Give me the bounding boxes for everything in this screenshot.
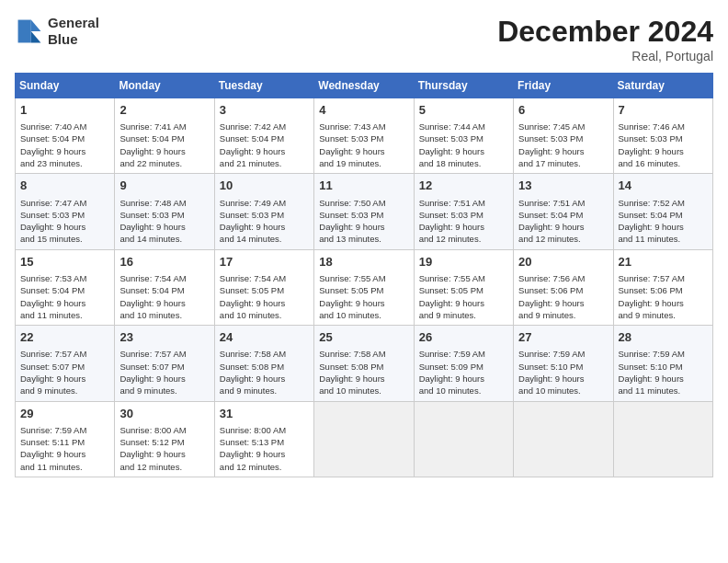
- weekday-header-cell: Sunday: [16, 74, 115, 98]
- day-number: 24: [220, 329, 309, 346]
- day-number: 7: [619, 102, 708, 119]
- day-number: 30: [119, 406, 209, 422]
- svg-marker-0: [31, 20, 41, 31]
- calendar-cell: 28Sunrise: 7:59 AMSunset: 5:10 PMDayligh…: [613, 326, 712, 401]
- day-info: Sunrise: 7:59 AMSunset: 5:10 PMDaylight:…: [619, 348, 708, 396]
- calendar-cell: 26Sunrise: 7:59 AMSunset: 5:09 PMDayligh…: [414, 326, 513, 401]
- day-info: Sunrise: 8:00 AMSunset: 5:13 PMDaylight:…: [220, 424, 309, 473]
- weekday-header-cell: Tuesday: [214, 74, 313, 98]
- calendar-cell: 17Sunrise: 7:54 AMSunset: 5:05 PMDayligh…: [214, 249, 313, 325]
- day-number: 23: [119, 329, 209, 346]
- calendar-cell: 29Sunrise: 7:59 AMSunset: 5:11 PMDayligh…: [16, 401, 115, 477]
- calendar-cell: 7Sunrise: 7:46 AMSunset: 5:03 PMDaylight…: [613, 98, 712, 174]
- day-info: Sunrise: 7:59 AMSunset: 5:09 PMDaylight:…: [419, 348, 508, 396]
- svg-marker-1: [31, 31, 41, 42]
- calendar-cell: [414, 401, 513, 477]
- day-number: 8: [20, 178, 109, 194]
- calendar-week-row: 1Sunrise: 7:40 AMSunset: 5:04 PMDaylight…: [16, 98, 713, 174]
- calendar-cell: 9Sunrise: 7:48 AMSunset: 5:03 PMDaylight…: [115, 174, 214, 249]
- day-info: Sunrise: 7:49 AMSunset: 5:03 PMDaylight:…: [220, 197, 309, 246]
- logo: General Blue: [15, 15, 99, 48]
- calendar-cell: 18Sunrise: 7:55 AMSunset: 5:05 PMDayligh…: [314, 249, 414, 325]
- logo-icon: [15, 17, 44, 46]
- calendar-week-row: 29Sunrise: 7:59 AMSunset: 5:11 PMDayligh…: [16, 401, 713, 477]
- weekday-header-cell: Wednesday: [314, 74, 414, 98]
- calendar-cell: 31Sunrise: 8:00 AMSunset: 5:13 PMDayligh…: [214, 401, 313, 477]
- calendar-cell: 6Sunrise: 7:45 AMSunset: 5:03 PMDaylight…: [514, 98, 613, 174]
- day-number: 3: [220, 102, 309, 119]
- calendar-cell: 14Sunrise: 7:52 AMSunset: 5:04 PMDayligh…: [613, 174, 712, 249]
- day-info: Sunrise: 7:58 AMSunset: 5:08 PMDaylight:…: [319, 348, 408, 396]
- calendar-cell: 2Sunrise: 7:41 AMSunset: 5:04 PMDaylight…: [115, 98, 214, 174]
- weekday-header-cell: Thursday: [414, 74, 513, 98]
- day-number: 13: [518, 178, 608, 194]
- day-number: 12: [419, 178, 508, 194]
- day-number: 15: [20, 254, 109, 270]
- day-number: 19: [419, 254, 508, 270]
- day-number: 20: [518, 254, 608, 270]
- day-number: 18: [319, 254, 408, 270]
- day-number: 21: [619, 254, 708, 270]
- calendar-cell: 20Sunrise: 7:56 AMSunset: 5:06 PMDayligh…: [514, 249, 613, 325]
- day-number: 25: [319, 329, 408, 346]
- day-info: Sunrise: 7:55 AMSunset: 5:05 PMDaylight:…: [419, 272, 508, 321]
- day-info: Sunrise: 7:40 AMSunset: 5:04 PMDaylight:…: [20, 121, 109, 169]
- calendar-cell: 27Sunrise: 7:59 AMSunset: 5:10 PMDayligh…: [514, 326, 613, 401]
- title-block: December 2024 Real, Portugal: [497, 15, 713, 63]
- day-number: 14: [619, 178, 708, 194]
- calendar-cell: 10Sunrise: 7:49 AMSunset: 5:03 PMDayligh…: [214, 174, 313, 249]
- day-number: 11: [319, 178, 408, 194]
- calendar-cell: 25Sunrise: 7:58 AMSunset: 5:08 PMDayligh…: [314, 326, 414, 401]
- day-info: Sunrise: 7:54 AMSunset: 5:05 PMDaylight:…: [220, 272, 309, 321]
- weekday-header-cell: Monday: [115, 74, 214, 98]
- day-info: Sunrise: 7:59 AMSunset: 5:10 PMDaylight:…: [518, 348, 608, 396]
- calendar-week-row: 22Sunrise: 7:57 AMSunset: 5:07 PMDayligh…: [16, 326, 713, 401]
- calendar-cell: 4Sunrise: 7:43 AMSunset: 5:03 PMDaylight…: [314, 98, 414, 174]
- calendar-cell: 13Sunrise: 7:51 AMSunset: 5:04 PMDayligh…: [514, 174, 613, 249]
- day-number: 1: [20, 102, 109, 119]
- calendar-table: SundayMondayTuesdayWednesdayThursdayFrid…: [15, 73, 713, 477]
- calendar-cell: 12Sunrise: 7:51 AMSunset: 5:03 PMDayligh…: [414, 174, 513, 249]
- calendar-cell: [314, 401, 414, 477]
- day-info: Sunrise: 7:51 AMSunset: 5:04 PMDaylight:…: [518, 197, 608, 246]
- calendar-cell: 16Sunrise: 7:54 AMSunset: 5:04 PMDayligh…: [115, 249, 214, 325]
- day-info: Sunrise: 7:57 AMSunset: 5:07 PMDaylight:…: [119, 348, 209, 396]
- day-number: 6: [518, 102, 608, 119]
- day-number: 16: [119, 254, 209, 270]
- day-number: 2: [119, 102, 209, 119]
- calendar-cell: 5Sunrise: 7:44 AMSunset: 5:03 PMDaylight…: [414, 98, 513, 174]
- day-info: Sunrise: 7:57 AMSunset: 5:07 PMDaylight:…: [20, 348, 109, 396]
- day-number: 10: [220, 178, 309, 194]
- day-number: 26: [419, 329, 508, 346]
- calendar-cell: 15Sunrise: 7:53 AMSunset: 5:04 PMDayligh…: [16, 249, 115, 325]
- day-info: Sunrise: 7:57 AMSunset: 5:06 PMDaylight:…: [619, 272, 708, 321]
- location: Real, Portugal: [497, 49, 713, 63]
- svg-rect-2: [18, 20, 31, 43]
- calendar-cell: 1Sunrise: 7:40 AMSunset: 5:04 PMDaylight…: [16, 98, 115, 174]
- day-info: Sunrise: 7:56 AMSunset: 5:06 PMDaylight:…: [518, 272, 608, 321]
- day-number: 31: [220, 406, 309, 422]
- day-info: Sunrise: 7:54 AMSunset: 5:04 PMDaylight:…: [119, 272, 209, 321]
- day-info: Sunrise: 7:50 AMSunset: 5:03 PMDaylight:…: [319, 197, 408, 246]
- day-info: Sunrise: 7:47 AMSunset: 5:03 PMDaylight:…: [20, 197, 109, 246]
- weekday-header-row: SundayMondayTuesdayWednesdayThursdayFrid…: [16, 74, 713, 98]
- page-header: General Blue December 2024 Real, Portuga…: [15, 15, 713, 63]
- calendar-cell: 24Sunrise: 7:58 AMSunset: 5:08 PMDayligh…: [214, 326, 313, 401]
- calendar-cell: 3Sunrise: 7:42 AMSunset: 5:04 PMDaylight…: [214, 98, 313, 174]
- day-info: Sunrise: 7:59 AMSunset: 5:11 PMDaylight:…: [20, 424, 109, 473]
- day-number: 4: [319, 102, 408, 119]
- calendar-cell: 23Sunrise: 7:57 AMSunset: 5:07 PMDayligh…: [115, 326, 214, 401]
- day-info: Sunrise: 7:43 AMSunset: 5:03 PMDaylight:…: [319, 121, 408, 169]
- calendar-cell: [514, 401, 613, 477]
- day-info: Sunrise: 7:46 AMSunset: 5:03 PMDaylight:…: [619, 121, 708, 169]
- day-number: 29: [20, 406, 109, 422]
- weekday-header-cell: Saturday: [613, 74, 712, 98]
- day-info: Sunrise: 7:42 AMSunset: 5:04 PMDaylight:…: [220, 121, 309, 169]
- day-info: Sunrise: 7:55 AMSunset: 5:05 PMDaylight:…: [319, 272, 408, 321]
- day-number: 5: [419, 102, 508, 119]
- calendar-cell: [613, 401, 712, 477]
- day-number: 28: [619, 329, 708, 346]
- calendar-cell: 30Sunrise: 8:00 AMSunset: 5:12 PMDayligh…: [115, 401, 214, 477]
- calendar-week-row: 15Sunrise: 7:53 AMSunset: 5:04 PMDayligh…: [16, 249, 713, 325]
- day-info: Sunrise: 7:52 AMSunset: 5:04 PMDaylight:…: [619, 197, 708, 246]
